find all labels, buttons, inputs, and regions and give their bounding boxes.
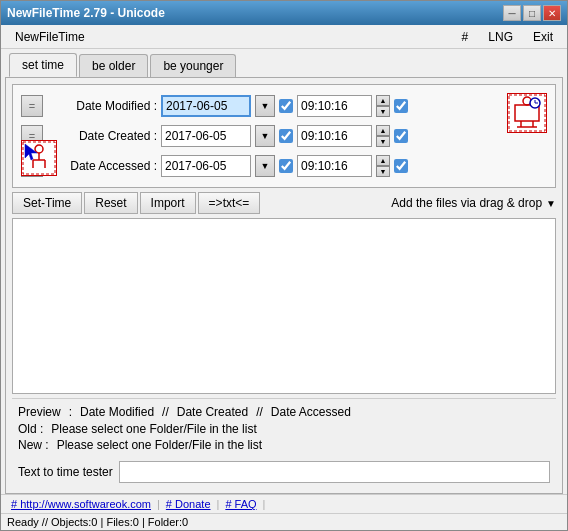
import-button[interactable]: Import bbox=[140, 192, 196, 214]
date-created-row: = Date Created : ▼ ▲ ▼ bbox=[21, 123, 547, 149]
title-bar: NewFileTime 2.79 - Unicode ─ □ ✕ bbox=[1, 1, 567, 25]
time-spin-up-created[interactable]: ▲ bbox=[376, 125, 390, 136]
preview-date-modified-col: Date Modified bbox=[80, 405, 154, 419]
title-bar-text: NewFileTime 2.79 - Unicode bbox=[7, 6, 165, 20]
preview-sep1: // bbox=[162, 405, 169, 419]
date-accessed-row: = Date Accessed : ▼ ▲ ▼ bbox=[21, 153, 547, 179]
date-accessed-checkbox[interactable] bbox=[279, 159, 293, 173]
exit-menu-item[interactable]: Exit bbox=[527, 28, 559, 46]
text-tester-label: Text to time tester bbox=[18, 465, 113, 479]
bottom-link-donate[interactable]: # Donate bbox=[162, 498, 215, 510]
txt-button[interactable]: =>txt<= bbox=[198, 192, 261, 214]
left-icon bbox=[21, 140, 57, 179]
file-list[interactable] bbox=[12, 218, 556, 394]
preview-new-value: Please select one Folder/File in the lis… bbox=[57, 438, 262, 452]
status-bar: Ready // Objects:0 | Files:0 | Folder:0 bbox=[1, 513, 567, 530]
date-accessed-spinner: ▲ ▼ bbox=[376, 155, 390, 177]
date-modified-label: Date Modified : bbox=[47, 99, 157, 113]
date-accessed-checkbox2[interactable] bbox=[394, 159, 408, 173]
corner-icon bbox=[507, 93, 547, 133]
date-modified-calendar-btn[interactable]: ▼ bbox=[255, 95, 275, 117]
tab-be-older[interactable]: be older bbox=[79, 54, 148, 77]
drag-drop-label: Add the files via drag & drop bbox=[391, 196, 542, 210]
bottom-links: # http://www.softwareok.com | # Donate |… bbox=[1, 494, 567, 513]
maximize-button[interactable]: □ bbox=[523, 5, 541, 21]
date-modified-spinner: ▲ ▼ bbox=[376, 95, 390, 117]
eq-btn-modified[interactable]: = bbox=[21, 95, 43, 117]
text-tester-input[interactable] bbox=[119, 461, 550, 483]
preview-old-row: Old : Please select one Folder/File in t… bbox=[12, 421, 556, 437]
date-accessed-time-input[interactable] bbox=[297, 155, 372, 177]
preview-sep2: // bbox=[256, 405, 263, 419]
date-created-checkbox2[interactable] bbox=[394, 129, 408, 143]
drag-drop-arrow: ▼ bbox=[546, 198, 556, 209]
time-spin-up-accessed[interactable]: ▲ bbox=[376, 155, 390, 166]
date-created-label: Date Created : bbox=[47, 129, 157, 143]
preview-date-created-col: Date Created bbox=[177, 405, 248, 419]
menu-bar: NewFileTime # LNG Exit bbox=[1, 25, 567, 49]
date-created-checkbox[interactable] bbox=[279, 129, 293, 143]
main-window: NewFileTime 2.79 - Unicode ─ □ ✕ NewFile… bbox=[0, 0, 568, 531]
tab-be-younger[interactable]: be younger bbox=[150, 54, 236, 77]
date-created-time-input[interactable] bbox=[297, 125, 372, 147]
menu-bar-right: # LNG Exit bbox=[456, 28, 559, 46]
date-modified-time-input[interactable] bbox=[297, 95, 372, 117]
minimize-button[interactable]: ─ bbox=[503, 5, 521, 21]
time-spin-down-accessed[interactable]: ▼ bbox=[376, 166, 390, 177]
datetime-section: = Date Modified : ▼ ▲ ▼ = Date Created :… bbox=[12, 84, 556, 188]
time-spin-down-created[interactable]: ▼ bbox=[376, 136, 390, 147]
time-spin-up[interactable]: ▲ bbox=[376, 95, 390, 106]
preview-new-label: New : bbox=[18, 438, 49, 452]
status-text: Ready // Objects:0 | Files:0 | Folder:0 bbox=[7, 516, 188, 528]
preview-old-label: Old : bbox=[18, 422, 43, 436]
date-modified-row: = Date Modified : ▼ ▲ ▼ bbox=[21, 93, 547, 119]
bottom-link-faq[interactable]: # FAQ bbox=[221, 498, 260, 510]
preview-colon: : bbox=[69, 405, 72, 419]
app-name-label: NewFileTime bbox=[9, 28, 91, 46]
date-modified-checkbox[interactable] bbox=[279, 99, 293, 113]
lng-menu-item[interactable]: LNG bbox=[482, 28, 519, 46]
main-content: = Date Modified : ▼ ▲ ▼ = Date Created :… bbox=[5, 77, 563, 494]
preview-section: Preview : Date Modified // Date Created … bbox=[12, 398, 556, 457]
toolbar: Set-Time Reset Import =>txt<= Add the fi… bbox=[12, 188, 556, 218]
hash-menu-item[interactable]: # bbox=[456, 28, 475, 46]
bottom-link-website[interactable]: # http://www.softwareok.com bbox=[7, 498, 155, 510]
date-accessed-calendar-btn[interactable]: ▼ bbox=[255, 155, 275, 177]
drag-drop-area: Add the files via drag & drop ▼ bbox=[391, 196, 556, 210]
date-modified-checkbox2[interactable] bbox=[394, 99, 408, 113]
date-accessed-label: Date Accessed : bbox=[47, 159, 157, 173]
date-modified-input[interactable] bbox=[161, 95, 251, 117]
date-accessed-input[interactable] bbox=[161, 155, 251, 177]
preview-new-row: New : Please select one Folder/File in t… bbox=[12, 437, 556, 453]
tab-set-time[interactable]: set time bbox=[9, 53, 77, 77]
date-created-input[interactable] bbox=[161, 125, 251, 147]
date-created-spinner: ▲ ▼ bbox=[376, 125, 390, 147]
set-time-button[interactable]: Set-Time bbox=[12, 192, 82, 214]
text-tester: Text to time tester bbox=[12, 457, 556, 487]
date-created-calendar-btn[interactable]: ▼ bbox=[255, 125, 275, 147]
tab-bar: set time be older be younger bbox=[1, 49, 567, 77]
time-spin-down[interactable]: ▼ bbox=[376, 106, 390, 117]
reset-button[interactable]: Reset bbox=[84, 192, 137, 214]
preview-date-accessed-col: Date Accessed bbox=[271, 405, 351, 419]
close-button[interactable]: ✕ bbox=[543, 5, 561, 21]
preview-header: Preview : Date Modified // Date Created … bbox=[12, 403, 556, 421]
title-bar-buttons: ─ □ ✕ bbox=[503, 5, 561, 21]
preview-old-value: Please select one Folder/File in the lis… bbox=[51, 422, 256, 436]
preview-header-label: Preview bbox=[18, 405, 61, 419]
